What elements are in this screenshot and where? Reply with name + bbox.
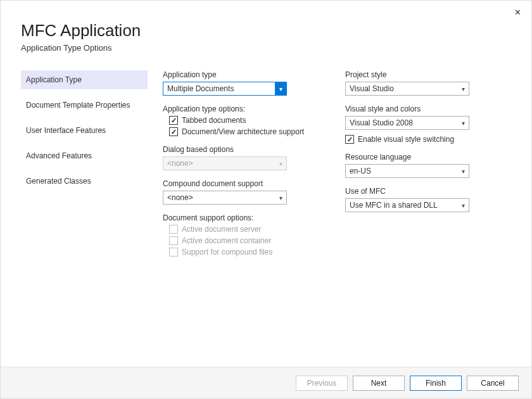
wizard-header: MFC Application Application Type Options xyxy=(1,1,531,53)
cancel-button[interactable]: Cancel xyxy=(467,376,519,391)
enable-visual-style-switching-checkbox[interactable]: Enable visual style switching xyxy=(345,135,502,144)
chevron-down-icon: ▾ xyxy=(457,165,469,177)
chevron-down-icon: ▾ xyxy=(457,117,469,129)
chevron-down-icon: ▾ xyxy=(275,157,286,170)
checkbox-icon xyxy=(169,127,178,136)
support-compound-files-checkbox: Support for compound files xyxy=(163,248,320,256)
nav-advanced-features[interactable]: Advanced Features xyxy=(21,146,148,165)
tabbed-documents-checkbox[interactable]: Tabbed documents xyxy=(163,116,320,125)
close-button[interactable]: ✕ xyxy=(512,6,524,19)
checkbox-icon xyxy=(169,248,178,256)
visual-style-value: Visual Studio 2008 xyxy=(350,118,413,127)
visual-style-combo[interactable]: Visual Studio 2008 ▾ xyxy=(345,116,469,130)
application-type-value: Multiple Documents xyxy=(167,84,234,93)
compound-document-support-value: <none> xyxy=(167,193,193,202)
project-style-label: Project style xyxy=(345,70,502,79)
tabbed-documents-label: Tabbed documents xyxy=(182,116,246,125)
next-button[interactable]: Next xyxy=(353,376,405,391)
dialog-based-options-label: Dialog based options xyxy=(163,145,320,154)
use-of-mfc-combo[interactable]: Use MFC in a shared DLL ▾ xyxy=(345,198,469,212)
active-document-container-label: Active document container xyxy=(182,236,271,245)
application-type-label: Application type xyxy=(163,70,320,79)
document-support-options-label: Document support options: xyxy=(163,213,320,222)
active-document-container-checkbox: Active document container xyxy=(163,236,320,245)
application-type-options-label: Application type options: xyxy=(163,104,320,113)
docview-architecture-label: Document/View architecture support xyxy=(182,127,304,136)
checkbox-icon xyxy=(169,236,178,245)
right-column: Project style Visual Studio ▾ Visual sty… xyxy=(345,70,502,259)
project-style-value: Visual Studio xyxy=(350,84,394,93)
dialog-based-options-value: <none> xyxy=(167,159,193,168)
previous-button: Previous xyxy=(296,376,348,391)
chevron-down-icon: ▾ xyxy=(457,199,469,212)
finish-button[interactable]: Finish xyxy=(410,376,462,391)
dialog-based-options-combo: <none> ▾ xyxy=(163,156,287,170)
use-of-mfc-label: Use of MFC xyxy=(345,187,502,196)
resource-language-label: Resource language xyxy=(345,153,502,162)
left-column: Application type Multiple Documents ▾ Ap… xyxy=(163,70,320,259)
docview-architecture-checkbox[interactable]: Document/View architecture support xyxy=(163,127,320,136)
visual-style-label: Visual style and colors xyxy=(345,104,502,113)
nav-document-template-properties[interactable]: Document Template Properties xyxy=(21,96,148,115)
application-type-combo[interactable]: Multiple Documents ▾ xyxy=(163,82,287,96)
nav-generated-classes[interactable]: Generated Classes xyxy=(21,172,148,191)
chevron-down-icon: ▾ xyxy=(275,191,286,204)
active-document-server-checkbox: Active document server xyxy=(163,225,320,234)
checkbox-icon xyxy=(169,225,178,234)
chevron-down-icon: ▾ xyxy=(275,82,286,95)
project-style-combo[interactable]: Visual Studio ▾ xyxy=(345,82,469,96)
compound-document-support-label: Compound document support xyxy=(163,179,320,188)
wizard-footer: Previous Next Finish Cancel xyxy=(1,367,531,398)
support-compound-files-label: Support for compound files xyxy=(182,248,272,256)
nav-application-type[interactable]: Application Type xyxy=(21,70,148,89)
wizard-title: MFC Application xyxy=(21,21,531,41)
active-document-server-label: Active document server xyxy=(182,225,261,234)
use-of-mfc-value: Use MFC in a shared DLL xyxy=(350,201,438,210)
nav-user-interface-features[interactable]: User Interface Features xyxy=(21,121,148,140)
enable-visual-style-switching-label: Enable visual style switching xyxy=(358,135,454,144)
wizard-nav: Application Type Document Template Prope… xyxy=(21,70,148,259)
chevron-down-icon: ▾ xyxy=(457,82,469,95)
compound-document-support-combo[interactable]: <none> ▾ xyxy=(163,191,287,205)
wizard-subtitle: Application Type Options xyxy=(21,43,531,53)
checkbox-icon xyxy=(169,116,178,125)
checkbox-icon xyxy=(345,135,354,144)
resource-language-value: en-US xyxy=(350,167,371,175)
resource-language-combo[interactable]: en-US ▾ xyxy=(345,164,469,178)
